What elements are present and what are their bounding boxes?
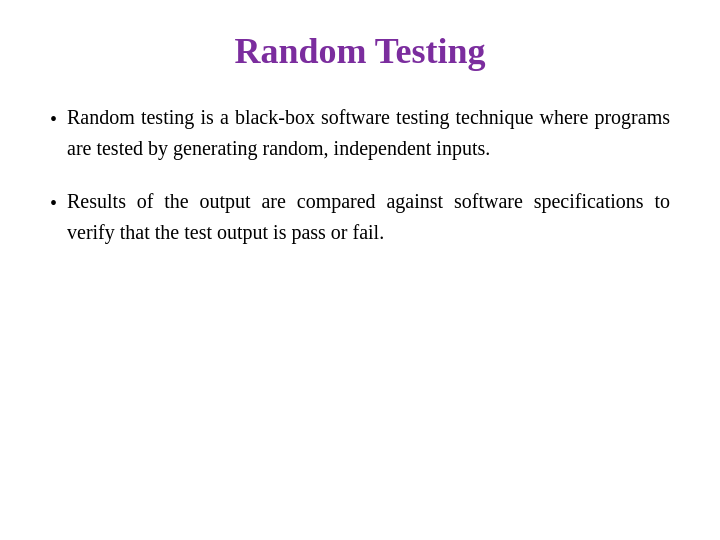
bullet-text-2: Results of the output are compared again… (67, 186, 670, 248)
bullet-dot-1: • (50, 104, 57, 135)
page-title: Random Testing (50, 30, 670, 72)
bullet-item-1: • Random testing is a black-box software… (50, 102, 670, 164)
bullet-text-1: Random testing is a black-box software t… (67, 102, 670, 164)
bullet-dot-2: • (50, 188, 57, 219)
content-area: • Random testing is a black-box software… (50, 102, 670, 248)
bullet-item-2: • Results of the output are compared aga… (50, 186, 670, 248)
